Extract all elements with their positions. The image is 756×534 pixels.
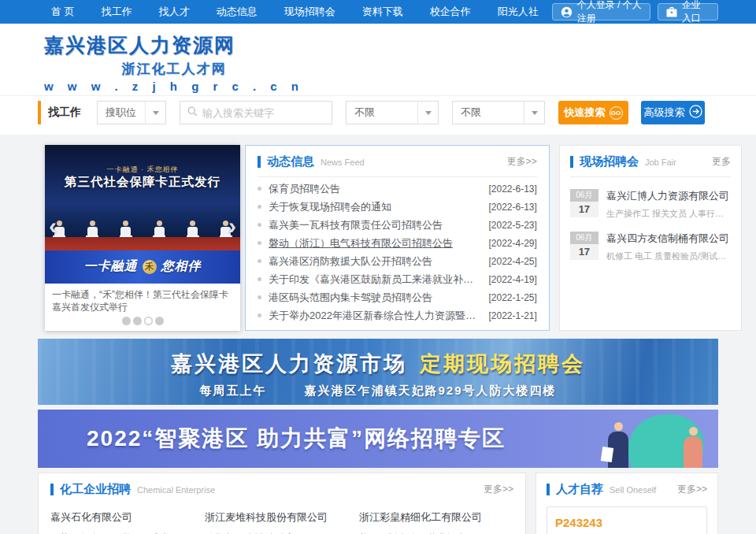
news-feed-title: 动态信息 <box>267 154 314 169</box>
news-item-date: [2022-4-25] <box>488 256 536 267</box>
filter-select-1[interactable]: 不限 <box>346 101 439 124</box>
bullet-icon <box>258 187 261 191</box>
carousel-prev-icon[interactable]: ‹ <box>49 214 57 238</box>
nav-link[interactable]: 阳光人社 <box>498 5 539 19</box>
top-nav-inner: 首 页找工作找人才动态信息现场招聘会资料下载校企合作阳光人社 个人登录 / 个人… <box>38 0 718 24</box>
personal-login-button[interactable]: 个人登录 / 个人注册 <box>552 3 650 20</box>
site-header: 嘉兴港区人力资源网 浙江化工人才网 w w w . z j h g r c . … <box>0 24 756 96</box>
news-item[interactable]: 关于恢复现场招聘会的通知 [2022-6-13] <box>258 198 537 216</box>
chemical-company-item[interactable]: 浙江彩皇精细化工有限公司 普工（制造科） 营业担当 <box>359 510 513 534</box>
news-item-date: [2022-6-13] <box>488 184 536 195</box>
news-item-date: [2022-1-25] <box>488 292 536 303</box>
nav-link[interactable]: 动态信息 <box>217 5 258 19</box>
nav-link[interactable]: 现场招聘会 <box>284 5 335 19</box>
news-item[interactable]: 嘉兴美一瓦科技有限责任公司招聘公告 [2022-5-23] <box>258 217 537 234</box>
nav-account-area: 个人登录 / 个人注册 企业入口 <box>552 3 718 20</box>
news-list: 保育员招聘公告 [2022-6-13] 关于恢复现场招聘会的通知 [2022-6… <box>258 180 537 324</box>
carousel-dot[interactable] <box>144 317 153 325</box>
date-badge-month: 06月 <box>570 232 598 244</box>
arrow-circle-icon <box>689 105 702 121</box>
talent-subtitle: Sell Oneself <box>610 485 656 495</box>
news-item-date: [2022-6-13] <box>488 202 536 213</box>
quick-search-label: 快速搜索 <box>565 106 606 120</box>
job-fair-company: 嘉兴汇博人力资源有限公司 <box>606 189 731 203</box>
talent-more-link[interactable]: 更多>> <box>677 483 707 496</box>
top-nav: 首 页找工作找人才动态信息现场招聘会资料下载校企合作阳光人社 个人登录 / 个人… <box>0 0 756 24</box>
site-title: 嘉兴港区人力资源网 <box>44 32 304 58</box>
go-icon: GO <box>610 106 623 120</box>
he-seal-icon: 禾 <box>143 260 157 274</box>
bullet-icon <box>258 205 261 209</box>
enterprise-entry-label: 企业入口 <box>682 0 710 25</box>
carousel-dot[interactable] <box>133 317 142 325</box>
news-item[interactable]: 嘉兴港区消防救援大队公开招聘公告 [2022-4-25] <box>258 253 537 270</box>
news-item-date: [2022-5-23] <box>488 220 536 231</box>
news-item[interactable]: 关于举办2022年港区新春综合性人力资源暨春风... [2022-1-21] <box>258 307 537 324</box>
news-item-date: [2022-4-29] <box>488 238 536 249</box>
accent-mark <box>38 101 41 124</box>
enterprise-entry-button[interactable]: 企业入口 <box>658 3 718 20</box>
carousel-dot[interactable] <box>155 317 164 325</box>
banner2-title: 2022“智聚港区 助力共富”网络招聘专区 <box>87 424 506 454</box>
job-fair-title: 现场招聘会 <box>580 154 639 169</box>
job-fair-positions: 机修工 电工 质量检验员/测试员 叉车… <box>606 250 731 262</box>
date-badge-month: 06月 <box>570 189 598 202</box>
online-recruitment-banner[interactable]: 2022“智聚港区 助力共富”网络招聘专区 <box>38 410 718 468</box>
talent-panel: 人才自荐 Sell Oneself 更多>> P243243 男 ｜ 嘉兴市-嘉… <box>536 473 718 534</box>
company-name: 嘉兴石化有限公司 <box>50 510 205 525</box>
nav-link[interactable]: 找工作 <box>102 5 132 19</box>
date-badge: 06月 17 <box>570 189 598 220</box>
chemical-company-item[interactable]: 嘉兴石化有限公司 工艺员 设备管理 警卫（残疾工） <box>50 510 205 534</box>
carousel-dot[interactable] <box>122 317 131 325</box>
talent-code: P243243 <box>555 516 699 529</box>
job-fair-more-link[interactable]: 更多 <box>712 155 731 169</box>
search-input[interactable] <box>202 107 324 119</box>
job-fair-item[interactable]: 06月 17 嘉兴汇博人力资源有限公司 生产操作工 报关文员 人事行政助理… <box>570 189 731 220</box>
talent-title: 人才自荐 <box>556 482 603 497</box>
chemical-more-link[interactable]: 更多>> <box>484 483 513 496</box>
nav-link[interactable]: 找人才 <box>159 5 190 19</box>
filter-select-2[interactable]: 不限 <box>452 101 545 124</box>
site-url: w w w . z j h g r c . c n <box>44 80 304 93</box>
news-item[interactable]: 港区码头范围内集卡驾驶员招聘公告 [2022-1-25] <box>258 289 537 306</box>
job-fair-company: 嘉兴四方友信制桶有限公司 <box>606 232 731 246</box>
divider <box>258 176 537 177</box>
nav-link[interactable]: 首 页 <box>51 5 75 19</box>
filter-1-value: 不限 <box>354 106 417 120</box>
bullet-icon <box>258 223 261 227</box>
chemical-company-item[interactable]: 浙江麦堆科技股份有限公司 销售专员 会计 土建主管 <box>205 510 359 534</box>
keyword-search-box[interactable] <box>180 101 332 124</box>
carousel-slide[interactable]: 一卡融通 · 禾您相伴 第三代社会保障卡正式发行 一卡融通 禾 您相伴 ‹ <box>45 145 240 284</box>
news-item[interactable]: 磐动（浙江）电气科技有限公司招聘公告 [2022-4-29] <box>258 235 537 252</box>
carousel-caption[interactable]: 一卡融通，“禾”您相伴！第三代社会保障卡嘉兴首发仪式举行 <box>45 284 240 313</box>
talent-card[interactable]: P243243 男 ｜ 嘉兴市-嘉兴港区 ｜ 八年以上 <box>547 506 707 534</box>
news-item-title: 嘉兴美一瓦科技有限责任公司招聘公告 <box>269 218 480 232</box>
advanced-search-button[interactable]: 高级搜索 <box>641 101 705 124</box>
news-feed-panel: 动态信息 News Feed 更多>> 保育员招聘公告 [2022-6-13] … <box>245 145 550 331</box>
company-name: 浙江彩皇精细化工有限公司 <box>359 510 513 525</box>
section-accent-bar <box>50 484 54 495</box>
news-item[interactable]: 保育员招聘公告 [2022-6-13] <box>258 180 537 198</box>
user-icon <box>561 6 573 18</box>
section-accent-bar <box>570 156 573 168</box>
nav-link[interactable]: 校企合作 <box>430 5 471 19</box>
job-fair-banner[interactable]: 嘉兴港区人力资源市场定期现场招聘会 每周五上午嘉兴港区乍浦镇天妃路929号人防大… <box>38 339 718 405</box>
search-section-label: 找工作 <box>48 106 81 120</box>
banner1-address: 嘉兴港区乍浦镇天妃路929号人防大楼四楼 <box>304 384 556 397</box>
news-more-link[interactable]: 更多>> <box>507 155 537 169</box>
divider <box>570 176 731 177</box>
quick-search-button[interactable]: 快速搜索 GO <box>558 101 628 124</box>
news-item[interactable]: 关于印发《嘉兴港区鼓励新员工来港就业补助操作... [2022-4-19] <box>258 271 537 288</box>
job-fair-panel: 现场招聘会 Job Fair 更多 06月 17 嘉兴汇博人力资源有限公司 生产… <box>559 145 742 331</box>
site-logo[interactable]: 嘉兴港区人力资源网 浙江化工人才网 w w w . z j h g r c . … <box>44 32 304 93</box>
banner1-title-yellow: 定期现场招聘会 <box>420 352 585 376</box>
job-category-select[interactable]: 搜职位 <box>97 101 166 124</box>
search-strip: 找工作 搜职位 不限 不限 快速搜索 GO 高级搜索 <box>0 96 756 135</box>
bullet-icon <box>258 313 261 317</box>
carousel-next-icon[interactable]: › <box>228 214 236 238</box>
search-icon <box>187 106 202 120</box>
news-item-title: 磐动（浙江）电气科技有限公司招聘公告 <box>269 236 480 250</box>
nav-link[interactable]: 资料下载 <box>362 5 403 19</box>
carousel-dots <box>45 313 240 331</box>
job-fair-item[interactable]: 06月 17 嘉兴四方友信制桶有限公司 机修工 电工 质量检验员/测试员 叉车… <box>570 232 731 262</box>
